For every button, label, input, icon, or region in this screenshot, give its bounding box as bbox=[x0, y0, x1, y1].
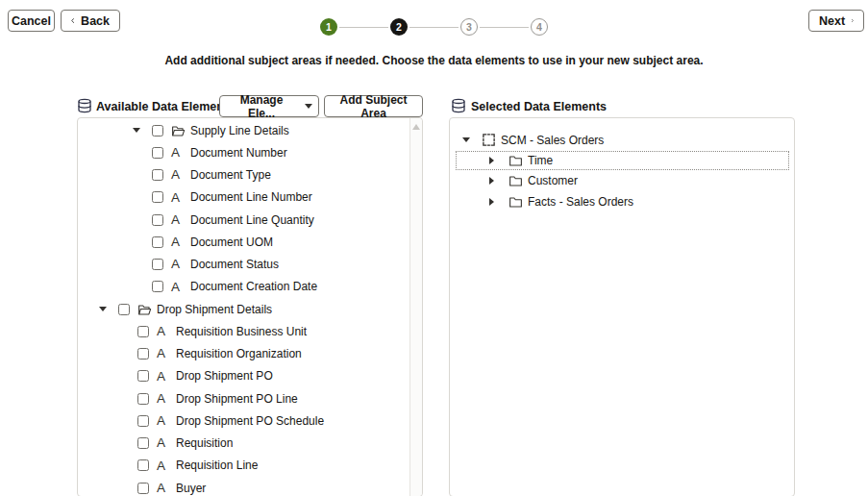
attribute-icon: A bbox=[171, 213, 190, 227]
attribute-icon: A bbox=[157, 392, 176, 406]
tree-item[interactable]: ARequisition Business Unit bbox=[78, 320, 409, 342]
attribute-icon: A bbox=[157, 436, 176, 450]
step-2-indicator[interactable]: 2 bbox=[390, 18, 408, 36]
selected-panel-title: Selected Data Elements bbox=[471, 100, 607, 113]
attribute-icon: A bbox=[157, 347, 176, 360]
tree-item[interactable]: ARequisition Line bbox=[78, 455, 409, 477]
folder-open-icon bbox=[137, 303, 157, 316]
tree-item[interactable]: SCM - Sales Orders bbox=[450, 130, 794, 150]
manage-elements-dropdown-button[interactable]: Manage Ele... bbox=[219, 95, 319, 117]
attribute-icon: A bbox=[157, 325, 176, 338]
step-4-indicator[interactable]: 4 bbox=[531, 18, 548, 36]
tree-item[interactable]: ADocument Type bbox=[78, 164, 409, 186]
available-elements-tree: Supply Line DetailsADocument NumberADocu… bbox=[78, 119, 409, 496]
tree-item[interactable]: ADocument Number bbox=[78, 141, 409, 163]
tree-item[interactable]: Time bbox=[450, 150, 794, 170]
attribute-icon: A bbox=[157, 414, 176, 428]
wizard-instruction-text: Add additional subject areas if needed. … bbox=[0, 54, 868, 67]
add-subject-area-label: Add Subject Area bbox=[331, 93, 416, 120]
tree-item-label: Drop Shipment Details bbox=[157, 303, 272, 316]
checkbox[interactable] bbox=[137, 326, 149, 337]
selected-data-elements-panel: SCM - Sales OrdersTimeCustomerFacts - Sa… bbox=[449, 117, 795, 496]
tree-item[interactable]: ADocument Creation Date bbox=[78, 276, 409, 298]
tree-item[interactable]: Customer bbox=[450, 171, 794, 191]
tree-item[interactable]: ADrop Shipment PO Line bbox=[78, 387, 409, 409]
checkbox[interactable] bbox=[152, 191, 163, 203]
tree-item-label: Facts - Sales Orders bbox=[528, 195, 633, 209]
checkbox[interactable] bbox=[152, 125, 163, 136]
tree-item[interactable]: Supply Line Details bbox=[78, 119, 409, 141]
tree-item[interactable]: ADocument Line Number bbox=[78, 186, 409, 209]
tree-item[interactable]: ADocument Status bbox=[78, 254, 409, 276]
attribute-icon: A bbox=[171, 281, 190, 294]
attribute-icon: A bbox=[157, 370, 176, 384]
checkbox[interactable] bbox=[137, 459, 149, 471]
checkbox[interactable] bbox=[152, 236, 163, 248]
checkbox[interactable] bbox=[152, 281, 163, 292]
tree-item[interactable]: ADocument Line Quantity bbox=[78, 209, 409, 231]
chevron-down-icon bbox=[305, 104, 312, 109]
tree-item-label: Requisition Organization bbox=[176, 347, 302, 360]
available-panel-title: Available Data Elements bbox=[96, 100, 235, 113]
scroll-up-icon[interactable] bbox=[412, 124, 420, 130]
tree-item-label: Time bbox=[528, 154, 553, 167]
expand-arrow-icon[interactable] bbox=[489, 177, 494, 185]
tree-item-label: SCM - Sales Orders bbox=[501, 134, 604, 147]
available-data-elements-panel: Supply Line DetailsADocument NumberADocu… bbox=[77, 117, 423, 496]
folder-icon bbox=[508, 195, 528, 209]
manage-elements-label: Manage Ele... bbox=[226, 93, 297, 120]
folder-open-icon bbox=[171, 124, 190, 137]
tree-item-label: Document Creation Date bbox=[190, 280, 317, 293]
step-1-indicator[interactable]: 1 bbox=[320, 18, 337, 36]
tree-item-label: Customer bbox=[528, 174, 578, 187]
subject-area-icon bbox=[482, 133, 501, 147]
tree-item-label: Requisition Line bbox=[176, 459, 258, 472]
attribute-icon: A bbox=[171, 191, 190, 205]
checkbox[interactable] bbox=[137, 415, 149, 427]
expand-arrow-icon[interactable] bbox=[489, 157, 494, 164]
tree-item-label: Document Number bbox=[190, 146, 287, 160]
checkbox[interactable] bbox=[152, 169, 163, 181]
collapse-arrow-icon[interactable] bbox=[99, 307, 107, 311]
checkbox[interactable] bbox=[137, 393, 149, 405]
checkbox[interactable] bbox=[137, 348, 149, 360]
tree-item[interactable]: ABuyer bbox=[78, 477, 409, 496]
vertical-scrollbar[interactable] bbox=[409, 118, 422, 496]
tree-item-label: Requisition bbox=[176, 436, 233, 450]
tree-item[interactable]: Drop Shipment Details bbox=[78, 298, 409, 320]
tree-item[interactable]: ARequisition bbox=[78, 433, 409, 455]
tree-item-label: Drop Shipment PO Schedule bbox=[176, 414, 324, 428]
tree-item[interactable]: Facts - Sales Orders bbox=[450, 191, 794, 211]
selected-elements-tree: SCM - Sales OrdersTimeCustomerFacts - Sa… bbox=[450, 130, 794, 496]
tree-item[interactable]: ADrop Shipment PO bbox=[78, 365, 409, 387]
tree-item[interactable]: ADrop Shipment PO Schedule bbox=[78, 409, 409, 432]
tree-item-label: Drop Shipment PO Line bbox=[176, 392, 298, 406]
tree-item-label: Document Status bbox=[190, 258, 279, 271]
checkbox[interactable] bbox=[137, 483, 149, 494]
database-icon bbox=[451, 98, 466, 113]
tree-item-label: Document Line Quantity bbox=[190, 213, 314, 227]
expand-arrow-icon[interactable] bbox=[489, 198, 494, 206]
checkbox[interactable] bbox=[152, 147, 163, 159]
tree-item[interactable]: ARequisition Organization bbox=[78, 343, 409, 365]
step-connector bbox=[480, 27, 529, 28]
tree-item-label: Document UOM bbox=[190, 236, 273, 249]
attribute-icon: A bbox=[171, 236, 190, 249]
folder-icon bbox=[508, 154, 528, 167]
tree-item-label: Requisition Business Unit bbox=[176, 325, 307, 338]
attribute-icon: A bbox=[171, 258, 190, 271]
attribute-icon: A bbox=[171, 146, 190, 160]
checkbox[interactable] bbox=[118, 304, 130, 315]
collapse-arrow-icon[interactable] bbox=[462, 137, 470, 142]
tree-item-label: Document Type bbox=[190, 168, 271, 182]
checkbox[interactable] bbox=[152, 214, 163, 226]
checkbox[interactable] bbox=[137, 370, 149, 382]
add-subject-area-button[interactable]: Add Subject Area bbox=[324, 95, 423, 117]
step-connector bbox=[339, 27, 388, 28]
step-3-indicator[interactable]: 3 bbox=[460, 18, 478, 36]
tree-item[interactable]: ADocument UOM bbox=[78, 231, 409, 253]
checkbox[interactable] bbox=[137, 437, 149, 449]
checkbox[interactable] bbox=[152, 259, 163, 270]
tree-item-label: Document Line Number bbox=[190, 190, 312, 204]
collapse-arrow-icon[interactable] bbox=[133, 128, 140, 133]
